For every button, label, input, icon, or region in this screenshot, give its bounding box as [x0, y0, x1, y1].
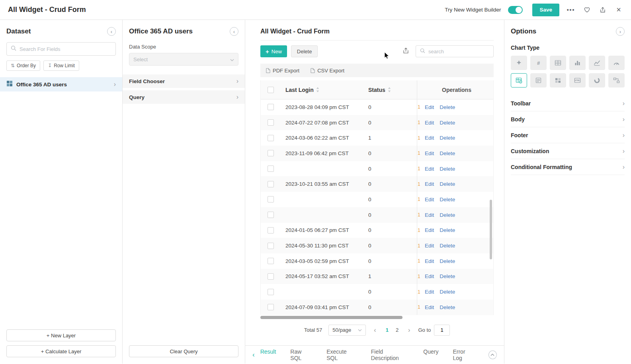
- section-customization[interactable]: Customization›: [511, 143, 625, 159]
- row-checkbox[interactable]: [268, 119, 274, 126]
- table-vertical-scrollbar[interactable]: [490, 200, 492, 259]
- section-footer[interactable]: Footer›: [511, 127, 625, 143]
- more-options-icon[interactable]: •••: [567, 6, 575, 14]
- chart-type-bar-chart-icon[interactable]: [569, 56, 586, 70]
- chart-type-flow-diagram-icon[interactable]: [608, 73, 625, 88]
- chart-type-doughnut-chart-icon[interactable]: [589, 73, 605, 88]
- chart-type-kpi-card-icon[interactable]: [511, 56, 527, 70]
- row-checkbox[interactable]: [268, 150, 274, 156]
- next-page-icon[interactable]: ›: [406, 327, 412, 334]
- delete-link[interactable]: Delete: [440, 104, 455, 110]
- grid-search-input[interactable]: [428, 49, 489, 55]
- delete-link[interactable]: Delete: [440, 289, 455, 295]
- calculate-layer-button[interactable]: + Calculate Layer: [6, 345, 116, 357]
- row-checkbox[interactable]: [268, 273, 274, 280]
- edit-link[interactable]: Edit: [425, 258, 434, 264]
- edit-link[interactable]: Edit: [425, 304, 434, 310]
- row-checkbox[interactable]: [268, 304, 274, 310]
- edit-link[interactable]: Edit: [425, 289, 434, 295]
- collapse-bottom-panel-icon[interactable]: [488, 350, 497, 359]
- order-by-button[interactable]: ⇅ Order By: [6, 60, 40, 71]
- status-column-header[interactable]: Status: [368, 87, 385, 93]
- chart-type-number-card-icon[interactable]: #: [530, 56, 547, 70]
- edit-link[interactable]: Edit: [425, 212, 434, 218]
- delete-link[interactable]: Delete: [440, 166, 455, 172]
- row-checkbox[interactable]: [268, 289, 274, 295]
- new-layer-button[interactable]: + New Layer: [6, 329, 116, 341]
- delete-link[interactable]: Delete: [440, 120, 455, 126]
- row-checkbox[interactable]: [268, 227, 274, 234]
- save-button[interactable]: Save: [532, 4, 559, 16]
- edit-link[interactable]: Edit: [425, 104, 434, 110]
- horizontal-scrollbar-thumb[interactable]: [260, 316, 402, 319]
- edit-link[interactable]: Edit: [425, 120, 434, 126]
- delete-link[interactable]: Delete: [440, 150, 455, 156]
- grid-search-box[interactable]: [416, 45, 494, 57]
- row-checkbox[interactable]: [268, 243, 274, 249]
- edit-link[interactable]: Edit: [425, 135, 434, 141]
- section-toolbar[interactable]: Toolbar›: [511, 95, 625, 111]
- delete-link[interactable]: Delete: [440, 181, 455, 187]
- chart-type-html-viewer-icon[interactable]: HTML: [569, 73, 586, 88]
- csv-export-button[interactable]: CSV Export: [311, 68, 344, 74]
- row-checkbox[interactable]: [268, 196, 274, 202]
- edit-link[interactable]: Edit: [425, 273, 434, 279]
- delete-link[interactable]: Delete: [440, 197, 455, 202]
- field-chooser-item[interactable]: Field Chooser ›: [123, 74, 245, 88]
- row-limit-button[interactable]: ↧ Row Limit: [43, 60, 79, 71]
- row-checkbox[interactable]: [268, 212, 274, 218]
- widget-share-icon[interactable]: [402, 47, 409, 56]
- chart-type-crud-form-icon[interactable]: [511, 73, 527, 88]
- collapse-options-panel-icon[interactable]: ›: [616, 27, 625, 36]
- page-number-1[interactable]: 1: [384, 327, 390, 333]
- tab-raw-sql[interactable]: Raw SQL: [290, 348, 312, 361]
- pdf-export-button[interactable]: PDF Export: [266, 68, 299, 74]
- row-checkbox[interactable]: [268, 181, 274, 187]
- tab-query[interactable]: Query: [423, 348, 438, 361]
- field-search-box[interactable]: [6, 42, 116, 56]
- clear-query-button[interactable]: Clear Query: [129, 345, 238, 357]
- delete-link[interactable]: Delete: [440, 304, 455, 310]
- query-item[interactable]: Query ›: [123, 90, 245, 104]
- last-login-column-header[interactable]: Last Login: [285, 87, 314, 93]
- table-horizontal-scrollbar[interactable]: [260, 316, 494, 319]
- row-checkbox[interactable]: [268, 165, 274, 172]
- edit-link[interactable]: Edit: [425, 227, 434, 233]
- close-icon[interactable]: ×: [614, 6, 623, 14]
- sort-icon[interactable]: [388, 87, 391, 92]
- edit-link[interactable]: Edit: [425, 166, 434, 172]
- delete-link[interactable]: Delete: [440, 227, 455, 233]
- delete-link[interactable]: Delete: [440, 212, 455, 218]
- share-icon[interactable]: [598, 6, 607, 14]
- delete-record-button[interactable]: Delete: [291, 45, 318, 57]
- delete-link[interactable]: Delete: [440, 243, 455, 249]
- chart-type-pivot-grid-icon[interactable]: [550, 73, 566, 88]
- field-search-input[interactable]: [20, 46, 111, 52]
- row-checkbox[interactable]: [268, 104, 274, 110]
- delete-link[interactable]: Delete: [440, 273, 455, 279]
- goto-page-input[interactable]: [434, 325, 450, 336]
- collapse-dataset-panel-icon[interactable]: ‹: [107, 27, 116, 36]
- previous-page-icon[interactable]: ‹: [372, 327, 377, 334]
- favorite-heart-icon[interactable]: [582, 6, 591, 14]
- new-record-button[interactable]: + New: [260, 45, 287, 57]
- delete-link[interactable]: Delete: [440, 258, 455, 264]
- chart-type-grid-icon[interactable]: [550, 56, 566, 70]
- edit-link[interactable]: Edit: [425, 150, 434, 156]
- section-body[interactable]: Body›: [511, 111, 625, 127]
- chart-type-form-icon[interactable]: [530, 73, 547, 88]
- sort-icon[interactable]: [316, 87, 319, 92]
- collapse-query-panel-icon[interactable]: ‹: [230, 27, 238, 36]
- chart-type-gauge-icon[interactable]: [608, 56, 625, 70]
- edit-link[interactable]: Edit: [425, 181, 434, 187]
- edit-link[interactable]: Edit: [425, 243, 434, 249]
- dataset-item-office-365-ad-users[interactable]: Office 365 AD users ›: [0, 77, 122, 91]
- tab-result[interactable]: Result: [260, 348, 276, 361]
- edit-link[interactable]: Edit: [425, 197, 434, 202]
- section-conditional-formatting[interactable]: Conditional Formatting›: [511, 159, 625, 175]
- try-new-widget-builder-toggle[interactable]: [508, 6, 523, 14]
- delete-link[interactable]: Delete: [440, 135, 455, 141]
- tab-execute-sql[interactable]: Execute SQL: [326, 348, 357, 361]
- row-checkbox[interactable]: [268, 135, 274, 141]
- page-size-select[interactable]: 50/page: [328, 325, 366, 336]
